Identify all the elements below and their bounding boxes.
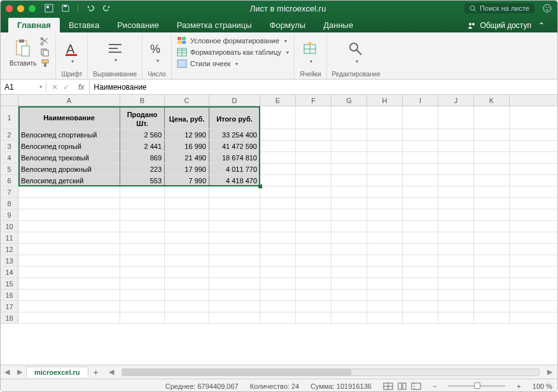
cell[interactable]: Велосипед спортивный <box>18 129 120 140</box>
cell[interactable]: Велосипед детский <box>18 175 120 186</box>
zoom-out-button[interactable]: − <box>433 382 436 390</box>
tab-page-layout[interactable]: Разметка страницы <box>168 18 261 32</box>
enter-formula-icon[interactable]: ✓ <box>63 83 69 92</box>
tab-home[interactable]: Главная <box>8 18 60 32</box>
formula-value[interactable]: Наименование <box>90 83 146 92</box>
cell[interactable]: 21 490 <box>165 152 209 163</box>
feedback-icon[interactable] <box>542 3 552 13</box>
copy-icon[interactable] <box>40 48 50 57</box>
tab-draw[interactable]: Рисование <box>108 18 167 32</box>
home-icon[interactable] <box>45 4 53 13</box>
sheet-next-icon[interactable]: ▶ <box>13 368 26 376</box>
scrollbar-thumb[interactable] <box>122 369 351 375</box>
cell[interactable]: Велосипед дорожный <box>18 164 120 174</box>
view-page-break-icon[interactable] <box>411 382 421 390</box>
zoom-in-button[interactable]: + <box>517 382 520 390</box>
cells-button[interactable] <box>302 41 319 64</box>
tab-formulas[interactable]: Формулы <box>261 18 315 32</box>
select-all-corner[interactable] <box>1 95 18 106</box>
cell[interactable]: 2 441 <box>120 141 165 151</box>
cell[interactable]: 18 674 810 <box>209 152 260 163</box>
svg-rect-2 <box>64 5 67 7</box>
cell[interactable]: 7 990 <box>165 175 209 186</box>
col-header[interactable]: F <box>296 95 331 106</box>
view-page-layout-icon[interactable] <box>397 382 407 390</box>
cell[interactable]: 2 560 <box>120 129 165 140</box>
col-header[interactable]: I <box>403 95 438 106</box>
cell[interactable]: 223 <box>120 164 165 174</box>
share-icon <box>468 22 477 29</box>
alignment-button[interactable] <box>106 42 124 63</box>
share-button[interactable]: Общий доступ ⌃ <box>463 18 550 32</box>
sheet-tab[interactable]: microexcel.ru <box>26 367 88 377</box>
scroll-right-icon[interactable]: ▶ <box>547 368 552 376</box>
col-header[interactable]: G <box>331 95 367 106</box>
paste-button[interactable]: Вставить <box>10 38 36 67</box>
search-placeholder: Поиск на листе <box>480 4 529 12</box>
cell[interactable]: 16 990 <box>165 141 209 151</box>
format-painter-icon[interactable] <box>40 59 50 67</box>
table-row: 2 Велосипед спортивный 2 560 12 990 33 2… <box>1 129 557 141</box>
col-header[interactable]: E <box>260 95 296 106</box>
cell[interactable]: Продано Шт. <box>120 106 165 129</box>
cell[interactable]: Итого руб. <box>209 106 260 129</box>
fill-handle[interactable] <box>258 185 262 188</box>
cell[interactable]: Наименование <box>18 106 120 129</box>
cut-icon[interactable] <box>40 37 50 46</box>
fx-icon[interactable]: fx <box>78 83 84 92</box>
tab-data[interactable]: Данные <box>314 18 362 32</box>
cell[interactable]: 553 <box>120 175 165 186</box>
col-header[interactable]: H <box>367 95 403 106</box>
zoom-thumb[interactable] <box>474 382 480 389</box>
sheet-search[interactable]: Поиск на листе <box>464 3 534 13</box>
col-header[interactable]: J <box>438 95 474 106</box>
cell[interactable]: 869 <box>120 152 165 163</box>
col-header[interactable]: A <box>18 95 120 106</box>
svg-rect-18 <box>44 63 46 67</box>
font-button[interactable]: A <box>64 41 80 64</box>
view-normal-icon[interactable] <box>383 382 393 390</box>
grid[interactable]: A B C D E F G H I J K 1 Наименование Про… <box>1 95 557 365</box>
add-sheet-button[interactable]: + <box>88 367 104 377</box>
save-icon[interactable] <box>61 4 70 13</box>
editing-group-label: Редактирование <box>332 71 380 79</box>
cell[interactable]: 17 990 <box>165 164 209 174</box>
cell[interactable]: 33 254 400 <box>209 129 260 140</box>
minimize-window-icon[interactable] <box>17 5 24 12</box>
redo-icon[interactable] <box>102 4 111 13</box>
table-row: 17 <box>1 301 557 312</box>
cell[interactable]: Цена, руб. <box>165 106 209 129</box>
tab-insert[interactable]: Вставка <box>60 18 108 32</box>
group-clipboard: Вставить <box>4 34 56 79</box>
maximize-window-icon[interactable] <box>29 5 36 12</box>
cell[interactable]: 4 011 770 <box>209 164 260 174</box>
cell[interactable]: Велосипед горный <box>18 141 120 151</box>
conditional-formatting-button[interactable]: Условное форматирование <box>177 36 287 45</box>
search-icon <box>470 5 477 12</box>
zoom-slider[interactable] <box>448 385 505 387</box>
name-box[interactable]: A1 ▾ <box>1 83 46 92</box>
table-row: 5 Велосипед дорожный 223 17 990 4 011 77… <box>1 164 557 175</box>
cell-styles-button[interactable]: Стили ячеек <box>177 59 238 68</box>
col-header[interactable]: D <box>209 95 260 106</box>
svg-rect-11 <box>19 39 24 43</box>
horizontal-scrollbar[interactable]: ◀ ▶ <box>109 368 552 376</box>
col-header[interactable]: K <box>474 95 510 106</box>
col-header[interactable]: C <box>165 95 209 106</box>
zoom-level[interactable]: 100 % <box>533 382 552 390</box>
undo-icon[interactable] <box>86 4 95 13</box>
sheet-prev-icon[interactable]: ◀ <box>1 368 13 376</box>
cell[interactable]: 4 418 470 <box>209 175 260 186</box>
table-row: 3 Велосипед горный 2 441 16 990 41 472 5… <box>1 141 557 152</box>
format-as-table-button[interactable]: Форматировать как таблицу <box>177 48 289 57</box>
cancel-formula-icon[interactable]: ✕ <box>52 83 58 92</box>
editing-button[interactable] <box>347 41 365 64</box>
cell[interactable]: Велосипед трековый <box>18 152 120 163</box>
close-window-icon[interactable] <box>6 5 13 12</box>
svg-rect-26 <box>182 37 186 40</box>
cell[interactable]: 12 990 <box>165 129 209 140</box>
number-button[interactable]: % <box>149 41 165 64</box>
col-header[interactable]: B <box>120 95 165 106</box>
scroll-left-icon[interactable]: ◀ <box>109 368 114 376</box>
cell[interactable]: 41 472 590 <box>209 141 260 151</box>
